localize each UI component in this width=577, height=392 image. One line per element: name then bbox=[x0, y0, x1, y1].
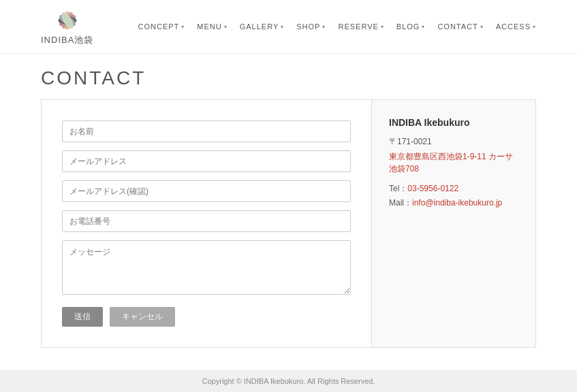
name-input[interactable] bbox=[62, 120, 351, 142]
email-confirm-field-group bbox=[62, 180, 351, 202]
chevron-down-icon: ▾ bbox=[181, 24, 185, 30]
logo-text: INDIBA池袋 bbox=[41, 34, 93, 46]
name-field-group bbox=[62, 120, 351, 142]
nav-blog[interactable]: BLOG ▾ bbox=[396, 22, 426, 31]
chevron-down-icon: ▾ bbox=[281, 24, 284, 30]
chevron-down-icon: ▾ bbox=[422, 24, 425, 30]
logo[interactable]: INDIBA池袋 bbox=[41, 7, 93, 46]
main-nav: CONCEPT ▾ MENU ▾ GALLERY ▾ SHOP ▾ RESERV… bbox=[138, 22, 536, 31]
mail-address[interactable]: info@indiba-ikebukuro.jp bbox=[412, 198, 502, 208]
postal-code: 〒171-0021 bbox=[389, 136, 518, 148]
nav-access[interactable]: ACCESS ▾ bbox=[496, 22, 536, 31]
mail-line: Mail：info@indiba-ikebukuro.jp bbox=[389, 197, 518, 209]
message-textarea[interactable] bbox=[62, 240, 351, 295]
page-title-area: CONTACT bbox=[0, 54, 577, 99]
email-field-group bbox=[62, 150, 351, 172]
chevron-down-icon: ▾ bbox=[480, 24, 484, 30]
tel-number[interactable]: 03-5956-0122 bbox=[407, 184, 458, 193]
email-input[interactable] bbox=[62, 150, 351, 172]
shop-name: INDIBA Ikebukuro bbox=[389, 117, 518, 128]
nav-shop[interactable]: SHOP ▾ bbox=[296, 22, 326, 31]
phone-input[interactable] bbox=[62, 210, 351, 232]
mail-label: Mail： bbox=[389, 198, 412, 208]
cancel-button[interactable]: キャンセル bbox=[110, 307, 175, 327]
page-title: CONTACT bbox=[41, 67, 536, 89]
chevron-down-icon: ▾ bbox=[322, 24, 326, 30]
nav-menu[interactable]: MENU ▾ bbox=[197, 22, 227, 31]
chevron-down-icon: ▾ bbox=[381, 24, 384, 30]
chevron-down-icon: ▾ bbox=[224, 24, 228, 30]
submit-button[interactable]: 送信 bbox=[62, 307, 103, 327]
contact-form: 送信 キャンセル bbox=[42, 100, 372, 347]
copyright-text: Copyright © INDIBA Ikebukuro. All Rights… bbox=[202, 377, 375, 385]
tel-line: Tel：03-5956-0122 bbox=[389, 183, 518, 195]
nav-gallery[interactable]: GALLERY ▾ bbox=[240, 22, 285, 31]
address: 東京都豊島区西池袋1-9-11 カーサ池袋708 bbox=[389, 150, 518, 175]
message-field-group bbox=[62, 240, 351, 297]
phone-field-group bbox=[62, 210, 351, 232]
email-confirm-input[interactable] bbox=[62, 180, 351, 202]
site-header: INDIBA池袋 CONCEPT ▾ MENU ▾ GALLERY ▾ SHOP… bbox=[0, 0, 577, 54]
nav-contact[interactable]: CONTACT ▾ bbox=[437, 22, 483, 31]
form-buttons: 送信 キャンセル bbox=[62, 307, 351, 327]
tel-label: Tel： bbox=[389, 184, 407, 193]
site-footer: Copyright © INDIBA Ikebukuro. All Rights… bbox=[0, 370, 577, 392]
contact-info: INDIBA Ikebukuro 〒171-0021 東京都豊島区西池袋1-9-… bbox=[372, 100, 535, 347]
content-wrapper: 送信 キャンセル INDIBA Ikebukuro 〒171-0021 東京都豊… bbox=[41, 99, 536, 348]
nav-concept[interactable]: CONCEPT ▾ bbox=[138, 22, 185, 31]
nav-reserve[interactable]: RESERVE ▾ bbox=[338, 22, 384, 31]
chevron-down-icon: ▾ bbox=[533, 24, 536, 30]
